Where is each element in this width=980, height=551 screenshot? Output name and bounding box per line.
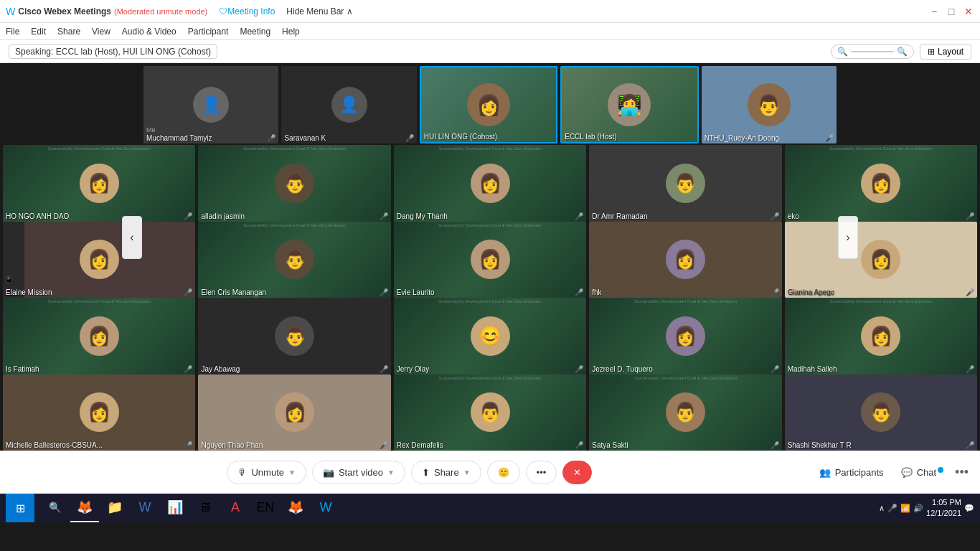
zoom-in-icon[interactable]: 🔍 bbox=[897, 47, 908, 57]
taskbar-explorer[interactable]: 📁 bbox=[100, 494, 129, 522]
chat-icon: 💬 bbox=[901, 467, 913, 478]
participant-name: HUI LIN ONG (Cohost) bbox=[424, 133, 497, 141]
more-icon: ••• bbox=[537, 467, 547, 478]
windows-logo: ⊞ bbox=[16, 501, 25, 515]
hide-menu-bar[interactable]: Hide Menu Bar ∧ bbox=[286, 6, 352, 17]
menu-file[interactable]: File bbox=[6, 27, 19, 37]
participant-name: NTHU_Ruey-An Doong bbox=[705, 134, 780, 142]
participant-cell: Sustainability Development Goal & Net Ze… bbox=[394, 145, 586, 222]
participant-cell: Sustainability Development Goal & Net Ze… bbox=[394, 298, 586, 375]
participant-cell: Sustainability Development Goal & Net Ze… bbox=[785, 145, 977, 222]
participant-cell: Sustainability Development Goal & Net Ze… bbox=[198, 145, 390, 222]
participant-cell: 👩 fhk 🎤 bbox=[589, 222, 781, 298]
participant-cell: 👩 Nguyen Thao Phan 🎤 bbox=[198, 375, 390, 451]
zoom-control[interactable]: 🔍 🔍 bbox=[831, 44, 914, 59]
mute-icon: 🎤 bbox=[405, 134, 414, 142]
notification-icon: 💬 bbox=[964, 504, 974, 513]
mute-icon: 🎤 bbox=[825, 134, 834, 142]
taskbar: ⊞ 🔍 🦊 📁 W 📊 🖥 A EN 🦊 W ∧ 🎤 📶 🔊 1:05 PM 1… bbox=[0, 494, 980, 522]
video-row: Sustainability Development Goal & Net Ze… bbox=[0, 145, 980, 222]
participant-cell: 👤 Saravanan K 🎤 bbox=[281, 66, 416, 143]
taskbar-word[interactable]: W bbox=[131, 494, 159, 522]
menu-share[interactable]: Share bbox=[57, 27, 80, 37]
end-call-button[interactable]: ✕ bbox=[562, 461, 592, 484]
taskbar-app8[interactable]: 🦊 bbox=[281, 494, 310, 522]
toolbar-more-button[interactable]: ••• bbox=[955, 465, 969, 480]
participant-name: Muchammad Tamyiz bbox=[146, 134, 212, 142]
video-row: Sustainability Development Goal & Net Ze… bbox=[0, 298, 980, 375]
participant-cell: 👨 NTHU_Ruey-An Doong 🎤 bbox=[702, 66, 837, 143]
me-label: Me bbox=[146, 126, 156, 133]
close-button[interactable]: ✕ bbox=[963, 6, 974, 17]
prev-page-button[interactable]: ‹ bbox=[122, 216, 142, 259]
mode-label: (Moderated unmute mode) bbox=[114, 7, 207, 16]
participant-cell: 👩 Elaine Mission 🎤 📱 bbox=[3, 222, 195, 298]
participant-cell: 👩 Michelle Ballesteros-CBSUA... 🎤 bbox=[3, 375, 195, 451]
tray-icon-1: ∧ bbox=[879, 504, 885, 513]
taskbar-firefox[interactable]: 🦊 bbox=[70, 494, 99, 522]
minimize-button[interactable]: − bbox=[928, 6, 940, 17]
menu-help[interactable]: Help bbox=[282, 27, 300, 37]
mute-icon: 🎤 bbox=[267, 134, 275, 142]
caret-icon: ▼ bbox=[288, 468, 296, 476]
chat-button[interactable]: 💬 Chat bbox=[895, 464, 949, 481]
menu-edit[interactable]: Edit bbox=[31, 27, 46, 37]
network-icon: 📶 bbox=[900, 504, 910, 513]
participant-cell: 👨 Dr Amr Ramadan 🎤 bbox=[589, 145, 781, 222]
start-button[interactable]: ⊞ bbox=[6, 494, 34, 522]
system-clock: 1:05 PM 12/1/2021 bbox=[926, 497, 961, 519]
chat-notification-badge bbox=[938, 467, 943, 473]
next-page-button[interactable]: › bbox=[838, 216, 858, 259]
zoom-out-icon[interactable]: 🔍 bbox=[837, 47, 848, 57]
caret-icon: ▼ bbox=[387, 468, 395, 476]
toolbar-right-controls: 🔍 🔍 ⊞ Layout bbox=[831, 44, 971, 60]
layout-button[interactable]: ⊞ Layout bbox=[920, 44, 971, 60]
caret-icon: ▼ bbox=[463, 468, 471, 476]
participant-cell: 👨 Jay Abawag 🎤 bbox=[198, 298, 390, 375]
layout-icon: ⊞ bbox=[928, 47, 935, 57]
participant-cell: Sustainability Development Goal & Net Ze… bbox=[589, 375, 781, 451]
camera-icon: 📷 bbox=[323, 467, 334, 478]
reactions-icon: 🙂 bbox=[498, 467, 509, 478]
participant-name: Saravanan K bbox=[284, 134, 326, 142]
taskbar-search[interactable]: 🔍 bbox=[40, 494, 69, 522]
app-title: Cisco Webex Meetings bbox=[18, 6, 111, 17]
taskbar-webex[interactable]: W bbox=[311, 494, 340, 522]
menu-view[interactable]: View bbox=[92, 27, 110, 37]
participant-cell: Sustainability Development Goal & Net Ze… bbox=[3, 298, 195, 375]
unmute-button[interactable]: 🎙 Unmute ▼ bbox=[227, 461, 306, 484]
video-row: 👩 Michelle Ballesteros-CBSUA... 🎤 👩 Nguy… bbox=[0, 375, 980, 451]
participant-name: ECCL lab (Host) bbox=[565, 133, 616, 141]
participant-cell: Sustainability Development Goal & Net Ze… bbox=[394, 375, 586, 451]
taskbar-acrobat[interactable]: A bbox=[221, 494, 250, 522]
reactions-button[interactable]: 🙂 bbox=[487, 461, 520, 484]
menu-bar: File Edit Share View Audio & Video Parti… bbox=[0, 23, 980, 40]
video-row: 👩 Elaine Mission 🎤 📱 Sustainability Deve… bbox=[0, 222, 980, 298]
window-controls: − □ ✕ bbox=[928, 6, 974, 17]
speaker-tray-icon: 🔊 bbox=[913, 504, 923, 513]
share-button[interactable]: ⬆ Share ▼ bbox=[411, 461, 481, 484]
maximize-button[interactable]: □ bbox=[946, 6, 957, 17]
meeting-info-link[interactable]: 🛡 Meeting Info bbox=[219, 6, 275, 17]
end-call-icon: ✕ bbox=[573, 467, 581, 478]
video-area: ‹ › 👤 Muchammad Tamyiz Me 🎤 👤 Saravanan … bbox=[0, 63, 980, 451]
menu-audio-video[interactable]: Audio & Video bbox=[122, 27, 176, 37]
speaker-text: Speaking: ECCL lab (Host), HUI LIN ONG (… bbox=[9, 44, 217, 59]
menu-participant[interactable]: Participant bbox=[188, 27, 229, 37]
participant-cell: Sustainability Development Goal & Net Ze… bbox=[394, 222, 586, 298]
participant-cell: 👨 Shashi Shekhar T R 🎤 bbox=[785, 375, 977, 451]
taskbar-app4[interactable]: 📊 bbox=[161, 494, 189, 522]
featured-participant-cell: 👩 HUI LIN ONG (Cohost) bbox=[420, 66, 557, 143]
more-button[interactable]: ••• bbox=[526, 461, 557, 484]
participant-cell: 👩 Gianina Apego 🎤 bbox=[785, 222, 977, 298]
taskbar-app5[interactable]: 🖥 bbox=[191, 494, 220, 522]
participants-button[interactable]: 👥 Participants bbox=[814, 464, 890, 481]
meeting-toolbar: 🎙 Unmute ▼ 📷 Start video ▼ ⬆ Share ▼ 🙂 •… bbox=[0, 451, 980, 494]
participant-cell: Sustainability Development Goal & Net Ze… bbox=[3, 145, 195, 222]
microphone-icon: 🎙 bbox=[237, 467, 247, 478]
webex-logo: W bbox=[6, 6, 15, 17]
menu-meeting[interactable]: Meeting bbox=[240, 27, 270, 37]
zoom-slider[interactable] bbox=[851, 51, 894, 52]
start-video-button[interactable]: 📷 Start video ▼ bbox=[312, 461, 405, 484]
taskbar-app7[interactable]: EN bbox=[251, 494, 280, 522]
